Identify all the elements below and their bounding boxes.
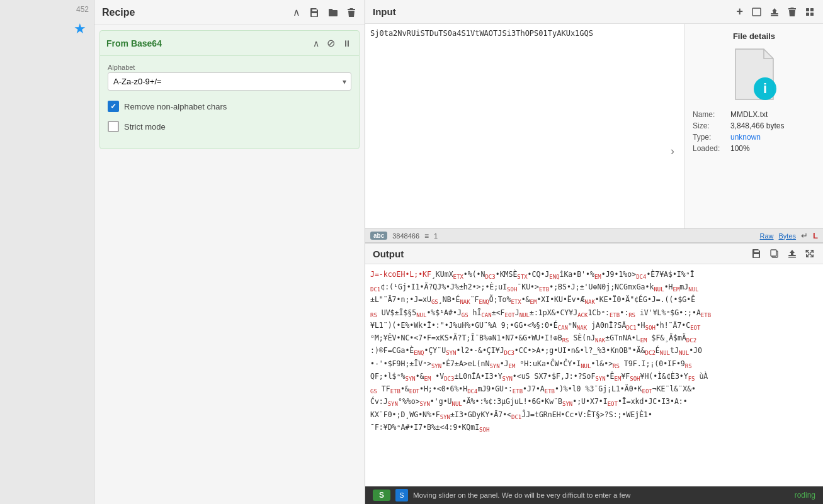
lines-value: 1 <box>434 232 438 240</box>
recipe-chevron-up-button[interactable]: ∧ <box>292 5 302 20</box>
output-content[interactable]: J=-kcoEH•L;•KF¸KUmXETX•%(•NDC3•KMSÈSTX•C… <box>365 264 823 486</box>
input-window-button[interactable] <box>751 6 763 18</box>
bottom-bar: S S Moving slider on the panel. We do wi… <box>365 486 823 504</box>
recipe-title: Recipe <box>102 7 135 18</box>
strict-mode-row: Strict mode <box>108 121 351 132</box>
input-content: Sj0ta2NvRUiSTDuTS0a4S1VtWAOTJSi3ThOPS01T… <box>365 24 823 228</box>
input-title: Input <box>373 6 396 17</box>
svg-marker-14 <box>790 250 795 255</box>
input-grid-button[interactable] <box>804 6 815 18</box>
recipe-header-icons: ∧ <box>292 5 357 20</box>
svg-rect-11 <box>771 250 776 256</box>
file-info-table: Name: MMDLX.txt Size: 3,848,466 bytes Ty… <box>693 110 815 153</box>
recipe-folder-button[interactable] <box>327 6 339 19</box>
file-icon-container: i <box>693 46 815 103</box>
file-size-key: Size: <box>693 121 730 130</box>
svg-rect-6 <box>806 13 809 16</box>
input-status-bar: abc 3848466 ≡ 1 Raw Bytes ↵ L <box>365 228 823 243</box>
output-export-button[interactable] <box>786 248 798 259</box>
abc-badge: abc <box>370 232 387 240</box>
svg-rect-12 <box>788 255 796 256</box>
file-icon: i <box>729 46 780 103</box>
file-name-key: Name: <box>693 110 730 119</box>
bottom-info-text: Moving slider on the panel. We do will b… <box>413 491 630 499</box>
svg-rect-4 <box>806 8 809 11</box>
svg-rect-2 <box>771 15 778 16</box>
raw-label[interactable]: Raw <box>760 232 774 240</box>
output-save-button[interactable] <box>750 247 763 260</box>
file-type-row: Type: unknown <box>693 133 815 142</box>
bottom-loading-text: roding <box>795 491 815 500</box>
sidebar-number: 452 <box>76 5 91 14</box>
svg-rect-1 <box>771 13 778 14</box>
return-icon: ↵ <box>801 231 808 240</box>
strict-mode-checkbox[interactable] <box>108 121 119 132</box>
input-header-icons: + <box>735 4 815 20</box>
alphabet-select[interactable]: A-Za-z0-9+/= <box>108 72 351 91</box>
status-bar-right: Raw Bytes ↵ L <box>760 231 818 240</box>
operation-chevron-up-button[interactable]: ∧ <box>312 37 321 50</box>
file-size-row: Size: 3,848,466 bytes <box>693 121 815 130</box>
alphabet-label: Alphabet <box>108 64 351 71</box>
operation-header: From Base64 ∧ ⊘ ⏸ <box>100 31 359 56</box>
file-details-panel: File details i Name: MMDLX.t <box>684 24 823 228</box>
file-name-row: Name: MMDLX.txt <box>693 110 815 119</box>
input-text: Sj0ta2NvRUiSTDuTS0a4S1VtWAOTJSi3ThOPS01T… <box>370 29 593 38</box>
svg-rect-5 <box>810 8 814 11</box>
input-add-button[interactable]: + <box>735 4 744 20</box>
operation-body: Alphabet A-Za-z0-9+/= ▾ ✓ Remove non-alp… <box>100 56 359 148</box>
file-name-value: MMDLX.txt <box>730 110 768 119</box>
recipe-header: Recipe ∧ <box>94 0 365 25</box>
operation-title: From Base64 <box>106 38 162 48</box>
input-import-button[interactable] <box>769 6 780 18</box>
input-section: Input + <box>365 0 823 244</box>
recipe-save-button[interactable] <box>308 6 321 19</box>
svg-rect-0 <box>752 8 761 16</box>
remove-nonalpha-row: ✓ Remove non-alphabet chars <box>108 101 351 112</box>
output-header: Output <box>365 244 823 264</box>
lines-icon: ≡ <box>424 232 429 240</box>
file-loaded-value: 100% <box>730 144 750 153</box>
right-panel: Input + <box>365 0 823 504</box>
svg-rect-13 <box>788 257 796 258</box>
step-button-label: S <box>379 491 384 500</box>
output-section: Output <box>365 244 823 486</box>
output-title: Output <box>373 249 404 259</box>
input-byte-count: 3848466 <box>392 232 419 240</box>
file-details-title: File details <box>693 31 815 41</box>
bytes-label[interactable]: Bytes <box>779 232 797 240</box>
from-base64-operation: From Base64 ∧ ⊘ ⏸ Alphabet A-Za-z0-9+/= … <box>99 30 360 149</box>
svg-marker-3 <box>772 8 777 13</box>
file-type-value: unknown <box>730 133 761 142</box>
recipe-panel: Recipe ∧ From Base64 <box>94 0 365 504</box>
output-copy-button[interactable] <box>769 248 780 259</box>
sidebar-left: 452 ★ <box>0 0 94 504</box>
step-badge-label: S <box>399 491 404 499</box>
input-trash-button[interactable] <box>786 6 798 18</box>
operation-pause-button[interactable]: ⏸ <box>341 37 353 50</box>
strict-mode-label: Strict mode <box>124 122 166 132</box>
remove-nonalpha-label: Remove non-alphabet chars <box>124 102 227 111</box>
remove-nonalpha-checkbox[interactable]: ✓ <box>108 101 119 112</box>
favorite-star[interactable]: ★ <box>69 18 91 40</box>
file-size-value: 3,848,466 bytes <box>730 121 784 130</box>
svg-rect-7 <box>810 13 814 16</box>
svg-text:i: i <box>763 81 766 96</box>
operation-disable-button[interactable]: ⊘ <box>326 36 336 50</box>
panel-toggle-chevron[interactable]: › <box>667 145 678 158</box>
file-loaded-row: Loaded: 100% <box>693 144 815 153</box>
input-text-area[interactable]: Sj0ta2NvRUiSTDuTS0a4S1VtWAOTJSi3ThOPS01T… <box>365 24 684 228</box>
output-text-block: J=-kcoEH•L;•KF¸KUmXETX•%(•NDC3•KMSÈSTX•C… <box>370 269 818 435</box>
step-button[interactable]: S <box>373 490 390 501</box>
checkmark-icon: ✓ <box>110 103 116 110</box>
input-status-extra: L <box>813 231 818 240</box>
output-header-icons <box>750 247 815 260</box>
output-expand-button[interactable] <box>804 248 815 259</box>
file-type-key: Type: <box>693 133 730 142</box>
recipe-trash-button[interactable] <box>346 6 357 19</box>
alphabet-select-wrapper: A-Za-z0-9+/= ▾ <box>108 72 351 91</box>
operation-header-icons: ∧ ⊘ ⏸ <box>312 36 353 50</box>
file-loaded-key: Loaded: <box>693 144 730 153</box>
step-badge: S <box>395 489 408 501</box>
input-header: Input + <box>365 0 823 24</box>
